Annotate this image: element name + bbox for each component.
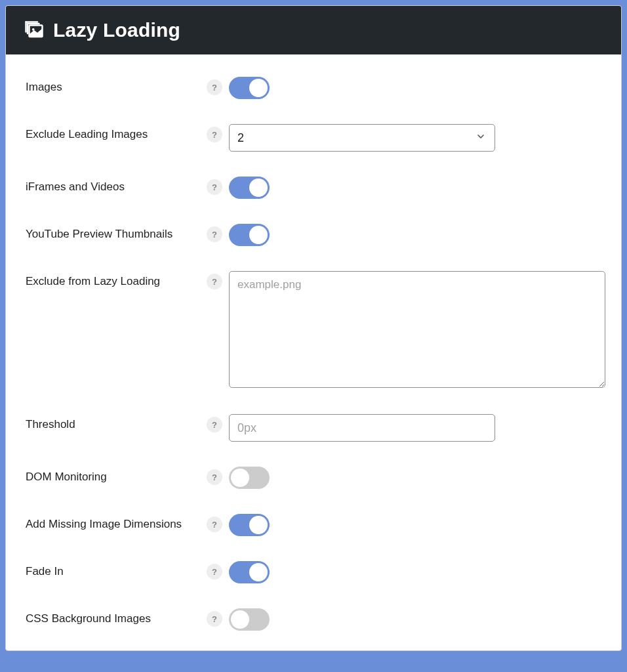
setting-row-threshold: Threshold ? xyxy=(26,414,601,442)
setting-row-fade-in: Fade In ? xyxy=(26,561,601,583)
setting-row-css-background: CSS Background Images ? xyxy=(26,608,601,631)
fade-in-toggle[interactable] xyxy=(229,561,270,583)
panel-body: Images ? Exclude Leading Images ? xyxy=(6,54,621,650)
threshold-label: Threshold xyxy=(26,418,75,430)
css-background-label: CSS Background Images xyxy=(26,612,151,625)
images-toggle[interactable] xyxy=(229,77,270,99)
help-icon[interactable]: ? xyxy=(207,611,222,627)
lazy-loading-panel: Lazy Loading Images ? Exclude Leading Im… xyxy=(5,5,622,651)
css-background-toggle[interactable] xyxy=(229,608,270,631)
help-icon[interactable]: ? xyxy=(207,179,222,195)
fade-in-label: Fade In xyxy=(26,565,64,578)
panel-title: Lazy Loading xyxy=(53,19,180,41)
setting-row-dom-monitoring: DOM Monitoring ? xyxy=(26,467,601,489)
panel-header: Lazy Loading xyxy=(6,6,621,54)
images-stack-icon xyxy=(24,20,44,40)
exclude-leading-images-select[interactable]: 2 xyxy=(229,124,495,152)
exclude-from-lazy-textarea[interactable] xyxy=(229,271,605,388)
help-icon[interactable]: ? xyxy=(207,79,222,95)
dom-monitoring-toggle[interactable] xyxy=(229,467,270,489)
help-icon[interactable]: ? xyxy=(207,469,222,485)
dom-monitoring-label: DOM Monitoring xyxy=(26,471,107,483)
setting-row-images: Images ? xyxy=(26,77,601,99)
setting-row-add-missing-dims: Add Missing Image Dimensions ? xyxy=(26,514,601,536)
images-label: Images xyxy=(26,81,62,93)
youtube-preview-label: YouTube Preview Thumbnails xyxy=(26,228,172,240)
help-icon[interactable]: ? xyxy=(207,127,222,142)
help-icon[interactable]: ? xyxy=(207,516,222,532)
threshold-input[interactable] xyxy=(229,414,495,442)
setting-row-exclude-leading-images: Exclude Leading Images ? 2 xyxy=(26,124,601,152)
help-icon[interactable]: ? xyxy=(207,417,222,432)
exclude-leading-images-label: Exclude Leading Images xyxy=(26,128,148,140)
iframes-videos-label: iFrames and Videos xyxy=(26,180,125,193)
help-icon[interactable]: ? xyxy=(207,274,222,289)
iframes-videos-toggle[interactable] xyxy=(229,177,270,199)
add-missing-dims-toggle[interactable] xyxy=(229,514,270,536)
setting-row-exclude-from-lazy: Exclude from Lazy Loading ? xyxy=(26,271,601,388)
setting-row-iframes-videos: iFrames and Videos ? xyxy=(26,177,601,199)
youtube-preview-toggle[interactable] xyxy=(229,224,270,246)
help-icon[interactable]: ? xyxy=(207,226,222,242)
setting-row-youtube-preview: YouTube Preview Thumbnails ? xyxy=(26,224,601,246)
exclude-from-lazy-label: Exclude from Lazy Loading xyxy=(26,275,160,287)
help-icon[interactable]: ? xyxy=(207,564,222,579)
add-missing-dims-label: Add Missing Image Dimensions xyxy=(26,518,182,530)
